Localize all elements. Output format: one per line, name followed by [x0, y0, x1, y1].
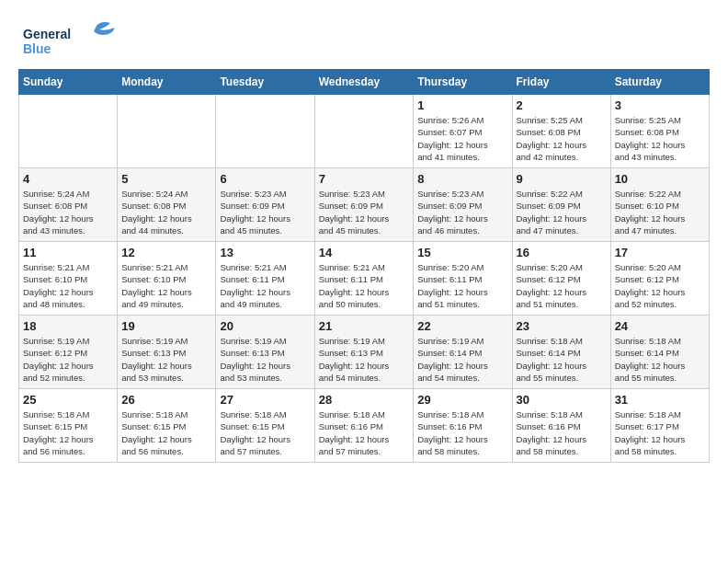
- day-cell: 16Sunrise: 5:20 AM Sunset: 6:12 PM Dayli…: [512, 242, 610, 316]
- day-number: 27: [220, 393, 310, 407]
- day-number: 17: [615, 246, 705, 259]
- day-info: Sunrise: 5:25 AM Sunset: 6:08 PM Dayligh…: [517, 114, 607, 163]
- day-cell: 10Sunrise: 5:22 AM Sunset: 6:10 PM Dayli…: [610, 168, 709, 242]
- day-cell: 7Sunrise: 5:23 AM Sunset: 6:09 PM Daylig…: [314, 168, 414, 242]
- day-cell: 12Sunrise: 5:21 AM Sunset: 6:10 PM Dayli…: [118, 242, 216, 316]
- calendar-header: SundayMondayTuesdayWednesdayThursdayFrid…: [19, 70, 710, 95]
- day-number: 1: [417, 98, 507, 112]
- day-header-monday: Monday: [118, 70, 216, 95]
- day-cell: 20Sunrise: 5:19 AM Sunset: 6:13 PM Dayli…: [216, 316, 314, 389]
- day-info: Sunrise: 5:18 AM Sunset: 6:16 PM Dayligh…: [319, 408, 410, 457]
- day-number: 11: [23, 246, 113, 259]
- day-info: Sunrise: 5:24 AM Sunset: 6:08 PM Dayligh…: [23, 188, 113, 236]
- day-cell: 27Sunrise: 5:18 AM Sunset: 6:15 PM Dayli…: [216, 389, 314, 463]
- day-cell: [118, 95, 216, 168]
- day-header-wednesday: Wednesday: [314, 70, 414, 95]
- day-info: Sunrise: 5:19 AM Sunset: 6:14 PM Dayligh…: [417, 335, 507, 384]
- day-cell: 19Sunrise: 5:19 AM Sunset: 6:13 PM Dayli…: [118, 316, 216, 389]
- day-cell: 30Sunrise: 5:18 AM Sunset: 6:16 PM Dayli…: [512, 389, 610, 463]
- day-number: 5: [121, 172, 211, 186]
- day-cell: 18Sunrise: 5:19 AM Sunset: 6:12 PM Dayli…: [19, 316, 118, 389]
- day-cell: [19, 95, 118, 168]
- week-row-2: 4Sunrise: 5:24 AM Sunset: 6:08 PM Daylig…: [19, 168, 710, 242]
- day-cell: 29Sunrise: 5:18 AM Sunset: 6:16 PM Dayli…: [414, 389, 512, 463]
- day-info: Sunrise: 5:22 AM Sunset: 6:09 PM Dayligh…: [517, 188, 607, 236]
- day-info: Sunrise: 5:21 AM Sunset: 6:10 PM Dayligh…: [23, 261, 113, 310]
- day-cell: 11Sunrise: 5:21 AM Sunset: 6:10 PM Dayli…: [19, 242, 118, 316]
- day-number: 13: [220, 246, 310, 259]
- calendar-table: SundayMondayTuesdayWednesdayThursdayFrid…: [18, 69, 710, 463]
- day-cell: 2Sunrise: 5:25 AM Sunset: 6:08 PM Daylig…: [512, 95, 610, 168]
- day-cell: 13Sunrise: 5:21 AM Sunset: 6:11 PM Dayli…: [216, 242, 314, 316]
- day-info: Sunrise: 5:20 AM Sunset: 6:12 PM Dayligh…: [517, 261, 607, 310]
- day-cell: 6Sunrise: 5:23 AM Sunset: 6:09 PM Daylig…: [216, 168, 314, 242]
- day-cell: 31Sunrise: 5:18 AM Sunset: 6:17 PM Dayli…: [610, 389, 709, 463]
- day-number: 31: [615, 393, 705, 407]
- day-info: Sunrise: 5:18 AM Sunset: 6:15 PM Dayligh…: [220, 408, 310, 457]
- day-number: 15: [417, 246, 507, 259]
- day-number: 14: [319, 246, 410, 259]
- day-cell: [314, 95, 414, 168]
- day-info: Sunrise: 5:18 AM Sunset: 6:14 PM Dayligh…: [615, 335, 705, 384]
- day-cell: 3Sunrise: 5:25 AM Sunset: 6:08 PM Daylig…: [610, 95, 709, 168]
- header-row: SundayMondayTuesdayWednesdayThursdayFrid…: [19, 70, 710, 95]
- day-number: 2: [517, 98, 607, 112]
- week-row-1: 1Sunrise: 5:26 AM Sunset: 6:07 PM Daylig…: [19, 95, 710, 168]
- day-header-sunday: Sunday: [19, 70, 118, 95]
- day-number: 18: [23, 319, 113, 333]
- day-number: 6: [220, 172, 310, 186]
- day-info: Sunrise: 5:21 AM Sunset: 6:10 PM Dayligh…: [121, 261, 211, 310]
- day-cell: 17Sunrise: 5:20 AM Sunset: 6:12 PM Dayli…: [610, 242, 709, 316]
- day-cell: 21Sunrise: 5:19 AM Sunset: 6:13 PM Dayli…: [314, 316, 414, 389]
- logo: General Blue: [18, 18, 119, 60]
- day-number: 21: [319, 319, 410, 333]
- day-number: 30: [517, 393, 607, 407]
- day-cell: 24Sunrise: 5:18 AM Sunset: 6:14 PM Dayli…: [610, 316, 709, 389]
- day-cell: 8Sunrise: 5:23 AM Sunset: 6:09 PM Daylig…: [414, 168, 512, 242]
- day-info: Sunrise: 5:18 AM Sunset: 6:16 PM Dayligh…: [417, 408, 507, 457]
- day-cell: 28Sunrise: 5:18 AM Sunset: 6:16 PM Dayli…: [314, 389, 414, 463]
- day-cell: 5Sunrise: 5:24 AM Sunset: 6:08 PM Daylig…: [118, 168, 216, 242]
- day-cell: 1Sunrise: 5:26 AM Sunset: 6:07 PM Daylig…: [414, 95, 512, 168]
- day-number: 28: [319, 393, 410, 407]
- day-number: 23: [517, 319, 607, 333]
- day-info: Sunrise: 5:20 AM Sunset: 6:12 PM Dayligh…: [615, 261, 705, 310]
- svg-text:Blue: Blue: [23, 41, 51, 56]
- day-info: Sunrise: 5:19 AM Sunset: 6:13 PM Dayligh…: [319, 335, 410, 384]
- week-row-3: 11Sunrise: 5:21 AM Sunset: 6:10 PM Dayli…: [19, 242, 710, 316]
- svg-text:General: General: [23, 27, 71, 41]
- day-cell: 22Sunrise: 5:19 AM Sunset: 6:14 PM Dayli…: [414, 316, 512, 389]
- day-number: 12: [121, 246, 211, 259]
- day-cell: 14Sunrise: 5:21 AM Sunset: 6:11 PM Dayli…: [314, 242, 414, 316]
- day-info: Sunrise: 5:18 AM Sunset: 6:15 PM Dayligh…: [23, 408, 113, 457]
- day-number: 19: [121, 319, 211, 333]
- day-number: 22: [417, 319, 507, 333]
- day-info: Sunrise: 5:26 AM Sunset: 6:07 PM Dayligh…: [417, 114, 507, 163]
- day-cell: [216, 95, 314, 168]
- day-number: 9: [517, 172, 607, 186]
- day-header-thursday: Thursday: [414, 70, 512, 95]
- day-cell: 15Sunrise: 5:20 AM Sunset: 6:11 PM Dayli…: [414, 242, 512, 316]
- day-info: Sunrise: 5:23 AM Sunset: 6:09 PM Dayligh…: [417, 188, 507, 236]
- day-info: Sunrise: 5:19 AM Sunset: 6:13 PM Dayligh…: [220, 335, 310, 384]
- day-cell: 26Sunrise: 5:18 AM Sunset: 6:15 PM Dayli…: [118, 389, 216, 463]
- day-number: 24: [615, 319, 705, 333]
- day-info: Sunrise: 5:22 AM Sunset: 6:10 PM Dayligh…: [615, 188, 705, 236]
- day-number: 7: [319, 172, 410, 186]
- day-info: Sunrise: 5:20 AM Sunset: 6:11 PM Dayligh…: [417, 261, 507, 310]
- day-number: 29: [417, 393, 507, 407]
- day-number: 25: [23, 393, 113, 407]
- day-number: 20: [220, 319, 310, 333]
- day-cell: 23Sunrise: 5:18 AM Sunset: 6:14 PM Dayli…: [512, 316, 610, 389]
- day-info: Sunrise: 5:21 AM Sunset: 6:11 PM Dayligh…: [220, 261, 310, 310]
- day-number: 8: [417, 172, 507, 186]
- day-info: Sunrise: 5:23 AM Sunset: 6:09 PM Dayligh…: [220, 188, 310, 236]
- day-header-tuesday: Tuesday: [216, 70, 314, 95]
- week-row-4: 18Sunrise: 5:19 AM Sunset: 6:12 PM Dayli…: [19, 316, 710, 389]
- day-info: Sunrise: 5:23 AM Sunset: 6:09 PM Dayligh…: [319, 188, 410, 236]
- day-info: Sunrise: 5:21 AM Sunset: 6:11 PM Dayligh…: [319, 261, 410, 310]
- day-info: Sunrise: 5:19 AM Sunset: 6:13 PM Dayligh…: [121, 335, 211, 384]
- day-number: 26: [121, 393, 211, 407]
- day-number: 10: [615, 172, 705, 186]
- day-info: Sunrise: 5:25 AM Sunset: 6:08 PM Dayligh…: [615, 114, 705, 163]
